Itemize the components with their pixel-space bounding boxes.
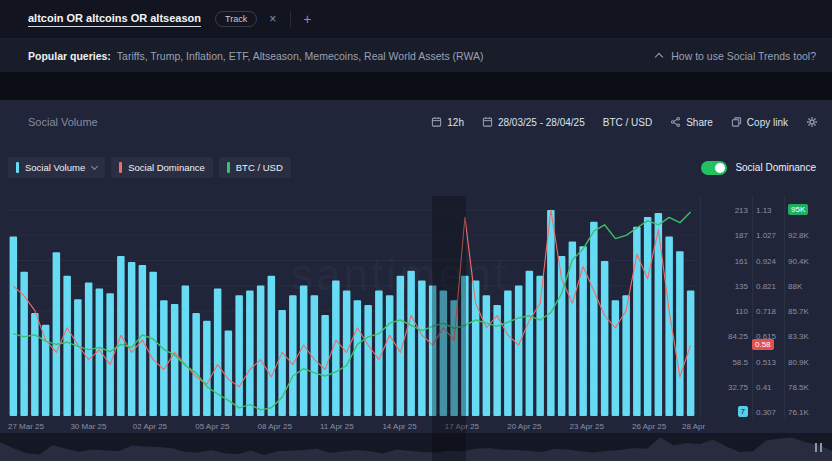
- price-current-badge: 95K: [788, 204, 808, 215]
- popular-queries-list[interactable]: Tariffs, Trump, Inflation, ETF, Altseaso…: [117, 50, 484, 62]
- legend-chip-social-volume[interactable]: Social Volume: [8, 157, 105, 178]
- track-button[interactable]: Track: [215, 11, 257, 27]
- chart-svg: [8, 196, 696, 418]
- chart-panel: Social Volume 12h 28/03/25 - 28/04/25 BT…: [0, 100, 832, 461]
- gear-icon: [806, 116, 818, 128]
- settings-gear-button[interactable]: [806, 116, 818, 128]
- pause-button[interactable]: [815, 443, 823, 452]
- chevron-down-icon: [91, 163, 98, 170]
- date-range-button[interactable]: 28/03/25 - 28/04/25: [482, 116, 585, 128]
- toggle-switch[interactable]: [701, 161, 727, 175]
- toggle-label: Social Dominance: [735, 162, 816, 173]
- help-link[interactable]: How to use Social Trends tool?: [656, 50, 816, 62]
- help-link-label: How to use Social Trends tool?: [671, 50, 816, 62]
- timeline-preview[interactable]: [0, 433, 832, 461]
- pair-selector[interactable]: BTC / USD: [603, 117, 652, 128]
- popular-queries-bar: Popular queries: Tariffs, Trump, Inflati…: [0, 39, 832, 72]
- share-button[interactable]: Share: [670, 116, 713, 128]
- copy-link-icon: [731, 116, 742, 128]
- legend-chip-social-dominance[interactable]: Social Dominance: [111, 157, 213, 178]
- legend-row: Social Volume Social Dominance BTC / USD…: [8, 157, 816, 178]
- chart-plot[interactable]: [8, 196, 696, 418]
- volume-axis: 7 21318716113511084.2558.532.75: [706, 196, 748, 418]
- timeline-preview-svg: [0, 433, 832, 461]
- query-tab-label[interactable]: altcoin OR altcoins OR altseason: [28, 12, 201, 27]
- close-tab-icon[interactable]: ×: [269, 12, 276, 26]
- legend-color-bar: [119, 162, 122, 173]
- page-title: Social Volume: [28, 116, 98, 128]
- right-axes: 7 21318716113511084.2558.532.75 0.58 1.1…: [700, 196, 832, 418]
- share-icon: [670, 116, 681, 128]
- new-tab-button[interactable]: +: [303, 11, 311, 27]
- legend-chip-btc-usd[interactable]: BTC / USD: [219, 157, 291, 178]
- interval-button[interactable]: 12h: [431, 116, 464, 128]
- tab-bar: altcoin OR altcoins OR altseason Track ×…: [0, 0, 832, 39]
- calendar-icon: [431, 116, 442, 128]
- dominance-axis: 0.58 1.131.0270.9240.8210.7180.6150.5130…: [756, 196, 786, 418]
- legend-color-bar: [227, 162, 230, 173]
- volume-current-badge: 7: [738, 406, 748, 417]
- social-dominance-toggle[interactable]: Social Dominance: [701, 161, 816, 175]
- chevron-up-icon: [655, 53, 663, 61]
- copy-link-button[interactable]: Copy link: [731, 116, 788, 128]
- tab-divider: [290, 11, 291, 27]
- calendar-icon: [482, 116, 493, 128]
- legend-color-bar: [16, 162, 19, 173]
- toggle-knob: [715, 163, 725, 173]
- popular-queries-label: Popular queries:: [28, 50, 111, 62]
- price-axis: 95K 92.8K90.4K88K85.7K83.3K80.9K78.5K76.…: [788, 196, 828, 418]
